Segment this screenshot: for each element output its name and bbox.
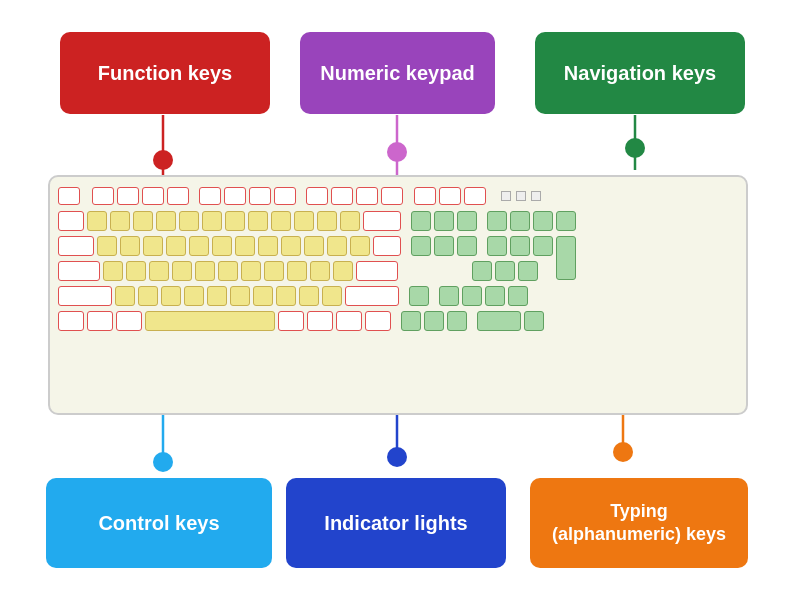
typing-keys-text: Typing(alphanumeric) keys (552, 500, 726, 547)
svg-point-12 (153, 452, 173, 472)
control-keys-label: Control keys (46, 478, 272, 568)
keyboard-diagram (48, 175, 748, 415)
svg-point-14 (387, 447, 407, 467)
svg-point-5 (387, 142, 407, 162)
indicator-lights-label: Indicator lights (286, 478, 506, 568)
svg-point-1 (153, 150, 173, 170)
svg-point-8 (625, 138, 645, 158)
svg-point-16 (613, 442, 633, 462)
numeric-keypad-label: Numeric keypad (300, 32, 495, 114)
navigation-keys-label: Navigation keys (535, 32, 745, 114)
function-keys-label: Function keys (60, 32, 270, 114)
typing-keys-label: Typing(alphanumeric) keys (530, 478, 748, 568)
